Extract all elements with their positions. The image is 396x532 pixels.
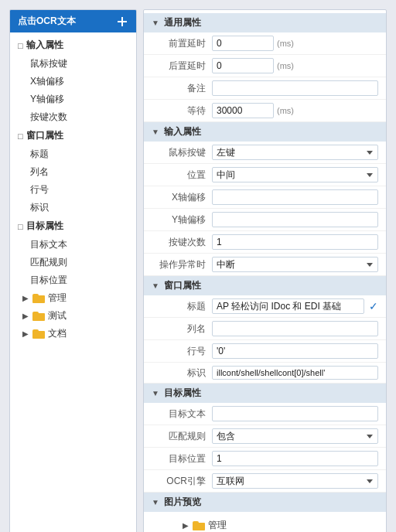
left-tree-label-2: 测试 bbox=[48, 309, 67, 322]
prop-pre-delay-unit: (ms) bbox=[277, 39, 294, 48]
left-tree-label-3: 文档 bbox=[48, 327, 67, 340]
prop-ocr-engine-select[interactable]: 互联网 本地 bbox=[212, 473, 378, 489]
left-item-mouse-key[interactable]: 鼠标按键 bbox=[10, 55, 136, 73]
right-section-target-label: 目标属性 bbox=[164, 387, 201, 400]
right-section-target: ▼ 目标属性 bbox=[144, 384, 386, 403]
prop-remark: 备注 bbox=[144, 77, 386, 100]
prop-target-text-input[interactable] bbox=[212, 406, 378, 421]
prop-y-offset-input[interactable] bbox=[212, 212, 378, 227]
prop-key-count: 按键次数 bbox=[144, 231, 386, 254]
prop-row-num-input[interactable] bbox=[212, 343, 378, 359]
prop-x-offset: X轴偏移 bbox=[144, 186, 386, 209]
left-item-target-text[interactable]: 目标文本 bbox=[10, 236, 136, 254]
prop-post-delay-input[interactable] bbox=[212, 58, 274, 73]
prop-wait-label: 等待 bbox=[152, 104, 206, 118]
tree-arrow-2: ▶ bbox=[22, 312, 30, 320]
folder-icon-1 bbox=[32, 294, 45, 303]
right-tree-1[interactable]: ▶ 管理 bbox=[159, 517, 370, 532]
prop-ocr-engine: OCR引擎 互联网 本地 bbox=[144, 470, 386, 493]
right-tree-arrow-1: ▶ bbox=[183, 521, 190, 530]
folder-icon-3 bbox=[32, 329, 45, 339]
left-section-target-label: 目标属性 bbox=[26, 220, 63, 233]
prop-x-offset-label: X轴偏移 bbox=[152, 191, 206, 204]
left-item-col-name[interactable]: 列名 bbox=[10, 163, 136, 181]
left-item-target-pos[interactable]: 目标位置 bbox=[10, 271, 136, 289]
left-item-x-offset[interactable]: X轴偏移 bbox=[10, 73, 136, 90]
prop-row-num: 行号 bbox=[144, 340, 386, 363]
left-item-title[interactable]: 标题 bbox=[10, 145, 136, 163]
section-arrow-input: ▼ bbox=[152, 128, 159, 136]
right-preview-tree: ▶ 管理 ▶ 测试 ▶ bbox=[144, 512, 386, 532]
section-icon-2: □ bbox=[18, 131, 23, 141]
left-item-y-offset[interactable]: Y轴偏移 bbox=[10, 90, 136, 108]
prop-id-input[interactable] bbox=[212, 366, 378, 380]
left-tree-item-2[interactable]: ▶ 测试 bbox=[10, 307, 136, 325]
right-section-window-label: 窗口属性 bbox=[164, 279, 201, 292]
section-icon: □ bbox=[18, 41, 23, 50]
prop-win-title-input[interactable] bbox=[212, 298, 364, 314]
main-container: 点击OCR文本 □ 输入属性 鼠标按键 X轴偏移 Y轴偏移 按键次数 □ 窗口属… bbox=[9, 9, 387, 532]
prop-post-delay-label: 后置延时 bbox=[152, 60, 206, 73]
prop-remark-input[interactable] bbox=[212, 80, 378, 96]
prop-mouse-btn: 鼠标按键 左键 右键 中键 bbox=[144, 142, 386, 164]
right-section-general-label: 通用属性 bbox=[164, 16, 201, 29]
prop-mouse-btn-select[interactable]: 左键 右键 中键 bbox=[212, 145, 378, 160]
prop-position: 位置 中间 左上 右下 bbox=[144, 164, 386, 186]
prop-y-offset: Y轴偏移 bbox=[144, 209, 386, 231]
prop-match-rule-select[interactable]: 包含 精确 正则 bbox=[212, 428, 378, 444]
right-section-input-label: 输入属性 bbox=[164, 125, 201, 138]
left-section-window: □ 窗口属性 bbox=[10, 126, 136, 145]
left-tree-item-3[interactable]: ▶ 文档 bbox=[10, 325, 136, 343]
prop-post-delay-unit: (ms) bbox=[277, 61, 294, 70]
prop-ocr-engine-label: OCR引擎 bbox=[152, 475, 206, 488]
prop-target-text: 目标文本 bbox=[144, 403, 386, 425]
prop-target-pos-label: 目标位置 bbox=[152, 452, 206, 466]
left-panel-title: 点击OCR文本 bbox=[18, 15, 76, 28]
prop-wait-input[interactable] bbox=[212, 103, 274, 118]
right-panel: ▼ 通用属性 前置延时 (ms) 后置延时 (ms) 备注 等待 (ms) ▼ … bbox=[143, 9, 387, 532]
prop-target-pos: 目标位置 bbox=[144, 448, 386, 470]
prop-win-title: 标题 ✓ bbox=[144, 295, 386, 318]
tree-arrow-1: ▶ bbox=[22, 294, 30, 302]
tree-arrow-3: ▶ bbox=[22, 329, 30, 338]
left-tree-item-1[interactable]: ▶ 管理 bbox=[10, 289, 136, 307]
prop-x-offset-input[interactable] bbox=[212, 189, 378, 205]
prop-y-offset-label: Y轴偏移 bbox=[152, 213, 206, 227]
prop-position-label: 位置 bbox=[152, 169, 206, 182]
prop-row-num-label: 行号 bbox=[152, 345, 206, 358]
prop-on-error-label: 操作异常时 bbox=[152, 258, 206, 271]
prop-position-select[interactable]: 中间 左上 右下 bbox=[212, 167, 378, 182]
crosshair-icon[interactable] bbox=[116, 15, 128, 28]
left-panel: 点击OCR文本 □ 输入属性 鼠标按键 X轴偏移 Y轴偏移 按键次数 □ 窗口属… bbox=[9, 9, 137, 532]
right-folder-icon-1 bbox=[193, 521, 205, 530]
check-icon: ✓ bbox=[369, 300, 378, 312]
section-arrow-target: ▼ bbox=[152, 389, 159, 397]
prop-key-count-label: 按键次数 bbox=[152, 236, 206, 249]
prop-match-rule-label: 匹配规则 bbox=[152, 430, 206, 443]
right-section-preview-label: 图片预览 bbox=[164, 496, 201, 509]
prop-wait: 等待 (ms) bbox=[144, 100, 386, 122]
left-item-row-num[interactable]: 行号 bbox=[10, 181, 136, 199]
prop-on-error-select[interactable]: 中断 继续 重试 bbox=[212, 257, 378, 272]
left-item-id[interactable]: 标识 bbox=[10, 199, 136, 217]
prop-remark-label: 备注 bbox=[152, 82, 206, 95]
right-section-preview: ▼ 图片预览 bbox=[144, 493, 386, 512]
prop-target-text-label: 目标文本 bbox=[152, 408, 206, 421]
prop-target-pos-input[interactable] bbox=[212, 451, 378, 466]
left-section-input-label: 输入属性 bbox=[26, 39, 63, 52]
left-section-input: □ 输入属性 bbox=[10, 36, 136, 55]
right-section-input: ▼ 输入属性 bbox=[144, 122, 386, 142]
prop-pre-delay-input[interactable] bbox=[212, 36, 274, 51]
section-arrow-general: ▼ bbox=[152, 19, 159, 27]
prop-key-count-input[interactable] bbox=[212, 234, 378, 250]
prop-col-name-label: 列名 bbox=[152, 322, 206, 336]
left-item-key-count[interactable]: 按键次数 bbox=[10, 108, 136, 126]
prop-id-label: 标识 bbox=[152, 367, 206, 380]
prop-col-name-input[interactable] bbox=[212, 321, 378, 336]
section-icon-3: □ bbox=[18, 222, 23, 231]
left-item-match-rule[interactable]: 匹配规则 bbox=[10, 254, 136, 271]
prop-wait-unit: (ms) bbox=[277, 106, 294, 115]
prop-win-title-label: 标题 bbox=[152, 300, 206, 313]
section-arrow-window: ▼ bbox=[152, 281, 159, 290]
prop-on-error: 操作异常时 中断 继续 重试 bbox=[144, 254, 386, 276]
